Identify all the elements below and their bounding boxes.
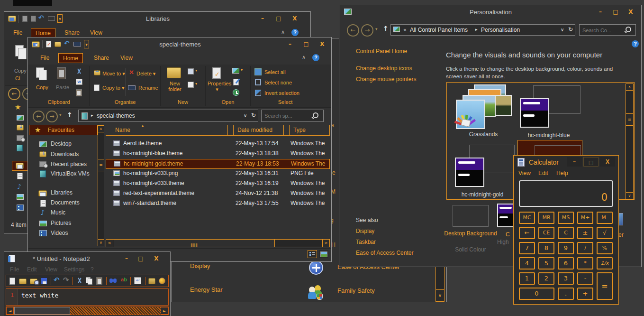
column-gap-1[interactable] bbox=[228, 125, 234, 136]
notepad2-hscrollbar[interactable]: ◄ ► bbox=[6, 307, 169, 315]
panel-scroll-down[interactable]: ∨ bbox=[435, 289, 444, 302]
explorer-address-bar[interactable]: ▸ special-themes ∨ ↻ bbox=[78, 110, 258, 122]
favourites-star-icon[interactable]: ★ bbox=[15, 103, 21, 112]
calc-key-2[interactable]: 2 bbox=[538, 272, 554, 285]
sidebar-item-favourites[interactable]: Favourites bbox=[48, 127, 74, 133]
breadcrumb-current[interactable]: Personalisation bbox=[481, 27, 520, 33]
videos-icon[interactable] bbox=[17, 204, 24, 211]
new-item-dropdown-icon[interactable]: ▾ bbox=[195, 68, 197, 73]
undo-icon[interactable]: ↶ bbox=[54, 276, 60, 284]
notepad2-maximize-button[interactable]: □ bbox=[135, 255, 147, 262]
address-dropdown-icon[interactable]: ∨ bbox=[244, 113, 247, 118]
sidebar-scroll-down[interactable]: ∨ bbox=[98, 239, 104, 246]
thumbnail-view-button[interactable] bbox=[319, 250, 328, 258]
libraries-help-icon[interactable]: ? bbox=[291, 29, 299, 36]
hscroll-left[interactable]: < bbox=[106, 239, 113, 247]
sidebar-item-music[interactable]: Music bbox=[51, 209, 65, 216]
notepad2-menu-settings[interactable]: Settings bbox=[64, 266, 84, 273]
sidebar-item-desktop[interactable]: Desktop bbox=[51, 140, 72, 147]
clipped-toolbar-icon[interactable] bbox=[159, 278, 165, 284]
file-row[interactable]: AeroLite.theme 22-May-13 17:54 Windows T… bbox=[106, 139, 330, 149]
explorer-search-box[interactable] bbox=[261, 110, 324, 122]
explorer-close-button[interactable]: X bbox=[316, 41, 328, 47]
notepad2-close-button[interactable]: X bbox=[150, 255, 163, 262]
libraries-tab-home[interactable]: Home bbox=[31, 28, 55, 38]
calc-key-1[interactable]: 1 bbox=[519, 272, 535, 285]
calc-key-mc[interactable]: MC bbox=[519, 212, 535, 224]
rename-button[interactable]: Rename bbox=[138, 85, 158, 91]
invert-selection-button[interactable]: Invert selection bbox=[264, 90, 299, 96]
pictures-icon[interactable] bbox=[17, 194, 24, 200]
notepad2-menu-file[interactable]: File bbox=[10, 266, 19, 273]
explorer-forward-button[interactable]: → bbox=[46, 111, 58, 122]
easy-access-dropdown-icon[interactable]: ▾ bbox=[195, 82, 197, 86]
calc-key-4[interactable]: 4 bbox=[519, 257, 535, 270]
personalisation-help-icon[interactable]: ? bbox=[632, 40, 639, 47]
theme-hc-midnight-blue[interactable] bbox=[520, 98, 549, 128]
history-dropdown-icon[interactable]: ▾ bbox=[59, 112, 62, 117]
documents-icon[interactable] bbox=[17, 173, 23, 179]
hscroll-thumb[interactable]: ⦀⦀⦀ bbox=[114, 239, 275, 247]
calc-key-mminus[interactable]: M- bbox=[597, 212, 613, 224]
copy-button[interactable]: Copy bbox=[36, 84, 48, 90]
np-hscroll-right[interactable]: ► bbox=[161, 307, 168, 315]
calc-key-multiply[interactable]: * bbox=[577, 257, 593, 270]
theme-hc-midnight-gold[interactable] bbox=[455, 158, 484, 187]
paste-shortcut-icon[interactable] bbox=[76, 89, 82, 96]
sidebar-item-recent-places[interactable]: Recent places bbox=[51, 161, 87, 167]
personalisation-maximize-button[interactable]: □ bbox=[609, 9, 622, 15]
libraries-tab-view[interactable]: View bbox=[86, 28, 107, 38]
calc-key-6[interactable]: 6 bbox=[558, 257, 574, 270]
calc-key-ce[interactable]: CE bbox=[538, 227, 554, 239]
column-header-name[interactable]: Name ▴ bbox=[106, 125, 228, 136]
easy-access-icon[interactable] bbox=[188, 82, 194, 88]
virtualbox-icon[interactable] bbox=[17, 145, 23, 151]
save-icon[interactable] bbox=[41, 278, 47, 284]
file-row[interactable]: hc-midnight-blue.theme 22-May-13 18:38 W… bbox=[106, 149, 330, 159]
cut-icon[interactable] bbox=[76, 277, 83, 284]
personalisation-back-button[interactable]: ← bbox=[347, 24, 359, 37]
sidebar-scroll-up[interactable]: ∧ bbox=[98, 125, 104, 132]
cut-icon[interactable] bbox=[76, 68, 82, 75]
notepad2-menu-edit[interactable]: Edit bbox=[27, 266, 37, 273]
cp-item-display[interactable]: Display bbox=[190, 262, 210, 270]
libraries-minimize-button[interactable]: – bbox=[256, 15, 269, 22]
calculator-minimize-button[interactable]: – bbox=[567, 157, 582, 167]
explorer-tab-home[interactable]: Home bbox=[58, 53, 83, 63]
sidebar-item-documents[interactable]: Documents bbox=[51, 199, 80, 206]
gallery-scroll-down[interactable]: ∨ bbox=[626, 192, 634, 199]
select-none-button[interactable]: Select none bbox=[264, 80, 292, 85]
column-gap-2[interactable] bbox=[284, 125, 290, 136]
sidebar-scrollbar[interactable]: ∧ ≡ ∨ bbox=[98, 125, 104, 246]
libraries-tab-share[interactable]: Share bbox=[60, 28, 84, 38]
explorer-maximize-button[interactable]: □ bbox=[300, 41, 312, 47]
libraries-tab-file[interactable]: File bbox=[9, 28, 27, 38]
sidebar-item-libraries[interactable]: Libraries bbox=[51, 189, 73, 196]
select-all-button[interactable]: Select all bbox=[264, 69, 286, 75]
sidebar-item-videos[interactable]: Videos bbox=[51, 230, 68, 236]
up-button[interactable]: ↑ bbox=[67, 111, 73, 119]
cp-item-family-safety[interactable]: Family Safety bbox=[337, 287, 375, 294]
calc-key-reciprocal[interactable]: 1/x bbox=[597, 257, 613, 270]
history-icon[interactable] bbox=[233, 89, 239, 96]
file-row[interactable]: win7-standard.theme 22-May-13 17:55 Wind… bbox=[106, 199, 330, 209]
search-icon[interactable] bbox=[313, 112, 318, 118]
calc-key-c[interactable]: C bbox=[558, 227, 574, 239]
explorer-back-button[interactable]: ← bbox=[33, 111, 45, 122]
notepad2-minimize-button[interactable]: – bbox=[120, 255, 133, 262]
np-hscroll-left[interactable]: ◄ bbox=[6, 307, 14, 315]
calc-key-percent[interactable]: % bbox=[597, 242, 613, 254]
explorer-search-input[interactable] bbox=[263, 111, 312, 121]
edit-icon[interactable] bbox=[233, 79, 239, 85]
new-file-icon[interactable] bbox=[9, 278, 15, 285]
breadcrumb-root[interactable]: All Control Panel Items bbox=[410, 27, 468, 33]
paste-icon[interactable] bbox=[96, 277, 102, 285]
desktop-background-label[interactable]: Desktop Background bbox=[435, 230, 506, 237]
longline-toggle-icon[interactable]: ↵ bbox=[134, 277, 141, 284]
refresh-icon[interactable]: ↻ bbox=[251, 112, 256, 119]
cp-item-energy-star[interactable]: Energy Star bbox=[190, 286, 223, 293]
link-taskbar[interactable]: Taskbar bbox=[356, 239, 376, 245]
new-item-icon[interactable] bbox=[188, 68, 194, 74]
history-dropdown-icon[interactable]: ▾ bbox=[375, 27, 378, 31]
open-file-icon[interactable] bbox=[19, 279, 27, 284]
